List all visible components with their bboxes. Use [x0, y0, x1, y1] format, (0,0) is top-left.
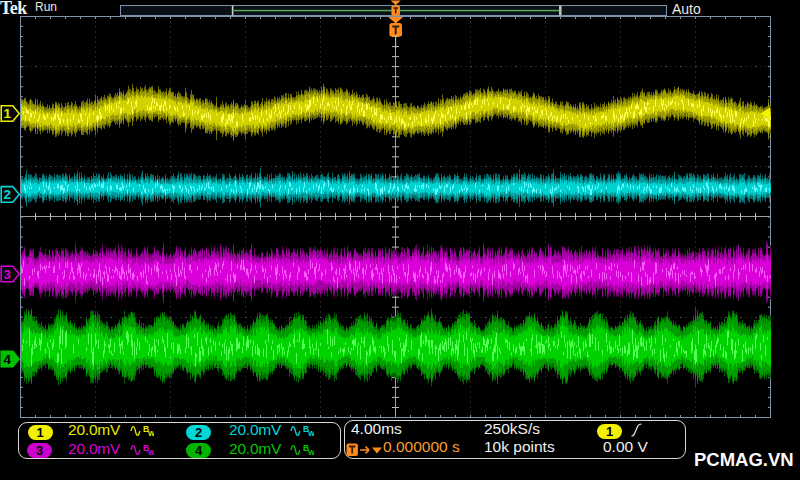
svg-text:W: W — [308, 429, 314, 437]
svg-text:W: W — [148, 429, 154, 437]
svg-text:W: W — [308, 448, 314, 456]
svg-text:2: 2 — [4, 187, 12, 202]
svg-text:1: 1 — [4, 106, 12, 121]
svg-text:W: W — [148, 448, 154, 456]
svg-text:4: 4 — [4, 352, 12, 367]
svg-text:3: 3 — [4, 267, 12, 282]
